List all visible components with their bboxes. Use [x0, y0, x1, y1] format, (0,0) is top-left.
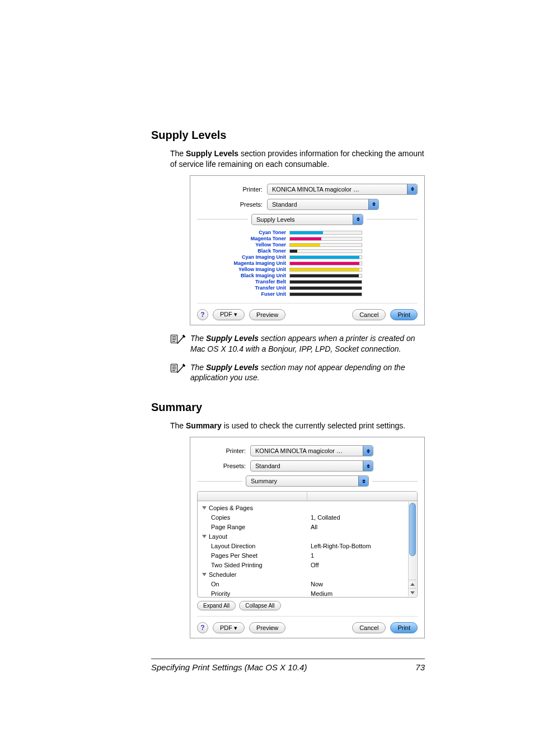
group-copies-pages: Copies & Pages	[209, 505, 253, 511]
supply-row: Transfer Belt	[211, 279, 418, 285]
label-printer: Printer:	[197, 447, 250, 454]
page-number: 73	[415, 662, 425, 672]
section-popup[interactable]: Supply Levels	[251, 214, 363, 225]
row-pages-per-sheet: Pages Per Sheet	[202, 551, 304, 561]
preview-button[interactable]: Preview	[249, 309, 285, 320]
summary-table: Copies & Pages Copies Page Range Layout …	[197, 491, 418, 598]
supply-bar-fill	[290, 293, 362, 296]
row-two-sided: Two Sided Printing	[202, 561, 304, 570]
heading-supply-levels: Supply Levels	[151, 129, 425, 142]
supply-row: Magenta Toner	[211, 236, 418, 242]
presets-popup[interactable]: Standard	[267, 199, 379, 210]
heading-summary: Summary	[151, 401, 425, 414]
text: The	[170, 421, 186, 430]
text-bold: Supply Levels	[206, 334, 259, 343]
print-button[interactable]: Print	[390, 309, 418, 320]
printer-popup[interactable]: KONICA MINOLTA magicolor …	[250, 445, 373, 456]
val-two-sided: Off	[311, 561, 414, 570]
cancel-button[interactable]: Cancel	[352, 309, 386, 320]
supply-bar-fill	[290, 250, 297, 253]
scroll-up-button[interactable]	[409, 580, 416, 588]
label-printer: Printer:	[197, 186, 267, 193]
stepper-icon	[353, 214, 363, 225]
help-button[interactable]: ?	[197, 309, 208, 320]
supply-row: Black Imaging Unit	[211, 273, 418, 279]
section-popup[interactable]: Summary	[246, 475, 369, 487]
supply-bar-fill	[290, 231, 323, 234]
disclosure-icon[interactable]	[202, 573, 207, 576]
supply-bar-fill	[290, 256, 359, 259]
supply-bar	[289, 255, 362, 259]
supply-bar-fill	[290, 237, 321, 240]
supply-bar	[289, 231, 362, 235]
supply-name: Cyan Imaging Unit	[211, 254, 289, 260]
print-button[interactable]: Print	[390, 622, 418, 633]
supply-name: Magenta Toner	[211, 236, 289, 241]
text-bold: Supply Levels	[206, 363, 259, 372]
label-presets: Presets:	[197, 201, 267, 208]
note-icon	[170, 362, 186, 384]
scroll-down-button[interactable]	[409, 588, 416, 596]
svg-rect-5	[171, 364, 177, 372]
help-button[interactable]: ?	[197, 622, 208, 633]
pdf-menu-button[interactable]: PDF ▾	[213, 622, 245, 633]
val-pages-per-sheet: 1	[311, 551, 414, 561]
section-popup-value: Supply Levels	[256, 216, 295, 223]
supply-row: Black Toner	[211, 248, 418, 254]
cancel-button[interactable]: Cancel	[352, 622, 386, 633]
supply-name: Black Imaging Unit	[211, 273, 289, 278]
pdf-menu-button[interactable]: PDF ▾	[213, 309, 245, 320]
scrollbar[interactable]	[408, 502, 416, 596]
supply-row: Cyan Toner	[211, 230, 418, 236]
supply-bar-fill	[290, 274, 359, 277]
presets-popup[interactable]: Standard	[250, 460, 373, 472]
text: The	[190, 334, 206, 343]
supply-bar	[289, 292, 362, 296]
val-page-range: All	[311, 522, 414, 532]
summary-header	[198, 492, 417, 501]
supply-name: Fuser Unit	[211, 291, 289, 297]
text-bold: Supply Levels	[186, 149, 238, 158]
supply-name: Transfer Unit	[211, 285, 289, 291]
stepper-icon	[363, 461, 373, 471]
row-layout-direction: Layout Direction	[202, 542, 304, 551]
print-dialog-summary: Printer: KONICA MINOLTA magicolor … Pres…	[190, 437, 425, 638]
supply-name: Transfer Belt	[211, 279, 289, 284]
supply-bar-fill	[290, 268, 359, 271]
disclosure-icon[interactable]	[202, 506, 207, 510]
page-footer: Specifying Print Settings (Mac OS X 10.4…	[151, 659, 425, 672]
dialog-buttons: ? PDF ▾ Preview Cancel Print	[197, 309, 418, 320]
val-copies: 1, Collated	[311, 513, 414, 522]
stepper-icon	[358, 476, 368, 486]
supply-name: Yellow Imaging Unit	[211, 267, 289, 272]
presets-popup-value: Standard	[255, 463, 280, 469]
supply-bar	[289, 262, 362, 265]
printer-popup[interactable]: KONICA MINOLTA magicolor …	[267, 184, 418, 195]
supply-name: Cyan Toner	[211, 230, 289, 235]
footer-text: Specifying Print Settings (Mac OS X 10.4…	[151, 662, 307, 672]
page: Supply Levels The Supply Levels section …	[0, 0, 534, 756]
supply-name: Black Toner	[211, 248, 289, 254]
supply-row: Magenta Imaging Unit	[211, 260, 418, 267]
text: The	[170, 149, 186, 158]
supply-bar-fill	[290, 244, 320, 246]
scrollbar-thumb[interactable]	[409, 503, 416, 556]
supply-bar-fill	[290, 281, 362, 283]
summary-left-col: Copies & Pages Copies Page Range Layout …	[198, 501, 307, 597]
val-layout-direction: Left-Right-Top-Bottom	[311, 542, 414, 551]
expand-all-button[interactable]: Expand All	[197, 601, 236, 610]
presets-popup-value: Standard	[272, 201, 297, 208]
para-summary-intro: The Summary is used to check the current…	[170, 421, 425, 431]
disclosure-icon[interactable]	[202, 535, 207, 538]
supply-bar	[289, 243, 362, 247]
supply-bar-fill	[290, 287, 362, 290]
supply-row: Yellow Toner	[211, 242, 418, 248]
collapse-all-button[interactable]: Collapse All	[239, 601, 280, 610]
supply-name: Magenta Imaging Unit	[211, 260, 289, 266]
row-page-range: Page Range	[202, 522, 304, 532]
stepper-icon	[407, 184, 417, 194]
val-on: Now	[311, 580, 414, 589]
preview-button[interactable]: Preview	[249, 622, 285, 633]
supply-bar	[289, 268, 362, 272]
note-icon	[170, 333, 186, 354]
